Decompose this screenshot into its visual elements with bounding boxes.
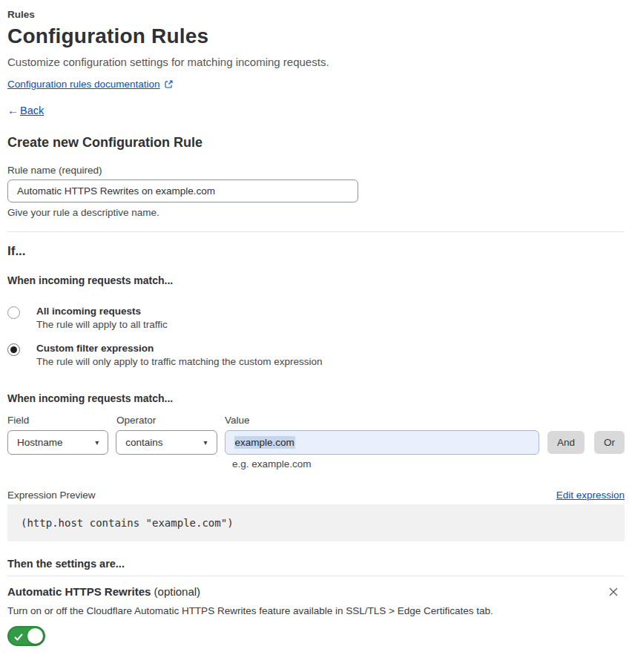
- field-select[interactable]: Hostname ▾: [7, 430, 108, 455]
- expression-preview-label: Expression Preview: [7, 490, 96, 501]
- create-rule-heading: Create new Configuration Rule: [7, 135, 625, 151]
- external-link-icon: [164, 79, 174, 89]
- operator-column-label: Operator: [116, 415, 225, 426]
- expression-preview-code: (http.host contains "example.com"): [7, 504, 625, 541]
- value-column-label: Value: [225, 415, 550, 426]
- back-arrow-icon: ←: [7, 104, 19, 116]
- toggle-knob: [27, 628, 43, 644]
- breadcrumb: Rules: [7, 7, 625, 20]
- rule-name-helper: Give your rule a descriptive name.: [7, 207, 625, 218]
- then-settings-heading: Then the settings are...: [7, 558, 625, 570]
- rule-name-label: Rule name (required): [7, 165, 625, 176]
- radio-unselected-icon[interactable]: [7, 306, 20, 319]
- setting-card-title: Automatic HTTPS Rewrites (optional): [7, 585, 200, 598]
- page-title: Configuration Rules: [7, 24, 625, 48]
- setting-title-suffix: (optional): [151, 585, 200, 598]
- radio-selected-icon[interactable]: [7, 343, 20, 356]
- or-button[interactable]: Or: [594, 431, 625, 454]
- radio-option-description: The rule will apply to all traffic: [36, 319, 168, 330]
- automatic-https-rewrites-toggle[interactable]: [7, 626, 45, 646]
- setting-title-text: Automatic HTTPS Rewrites: [7, 585, 151, 598]
- value-helper-text: e.g. example.com: [232, 458, 625, 470]
- radio-option-label: Custom filter expression: [36, 343, 322, 354]
- setting-card-automatic-https-rewrites: Automatic HTTPS Rewrites (optional) Turn…: [7, 576, 625, 649]
- page-subtitle: Customize configuration settings for mat…: [7, 56, 625, 68]
- documentation-link[interactable]: Configuration rules documentation: [7, 79, 160, 90]
- edit-expression-link[interactable]: Edit expression: [556, 490, 625, 501]
- section-divider: [7, 231, 625, 232]
- back-link[interactable]: Back: [20, 105, 44, 116]
- radio-option-all-incoming-requests[interactable]: All incoming requests The rule will appl…: [7, 306, 625, 330]
- if-heading: If...: [7, 244, 625, 259]
- radio-option-label: All incoming requests: [36, 306, 168, 317]
- expression-code-text: (http.host contains "example.com"): [21, 517, 234, 529]
- operator-select-value: contains: [125, 437, 162, 448]
- field-select-value: Hostname: [17, 437, 63, 448]
- toggle-check-icon: [14, 631, 23, 645]
- chevron-down-icon: ▾: [95, 438, 99, 447]
- and-button[interactable]: And: [547, 431, 585, 454]
- field-column-label: Field: [7, 415, 116, 426]
- chevron-down-icon: ▾: [204, 438, 208, 447]
- setting-card-description: Turn on or off the Cloudflare Automatic …: [7, 605, 625, 616]
- value-input-text: example.com: [234, 436, 295, 449]
- value-input[interactable]: example.com: [225, 430, 539, 455]
- builder-heading: When incoming requests match...: [7, 392, 625, 404]
- radio-option-custom-filter-expression[interactable]: Custom filter expression The rule will o…: [7, 343, 625, 367]
- match-heading: When incoming requests match...: [7, 274, 625, 286]
- rule-name-input[interactable]: [7, 179, 358, 202]
- operator-select[interactable]: contains ▾: [116, 430, 217, 455]
- radio-option-description: The rule will only apply to traffic matc…: [36, 356, 322, 367]
- configuration-rules-page: Rules Configuration Rules Customize conf…: [0, 0, 632, 649]
- close-icon[interactable]: [607, 585, 620, 599]
